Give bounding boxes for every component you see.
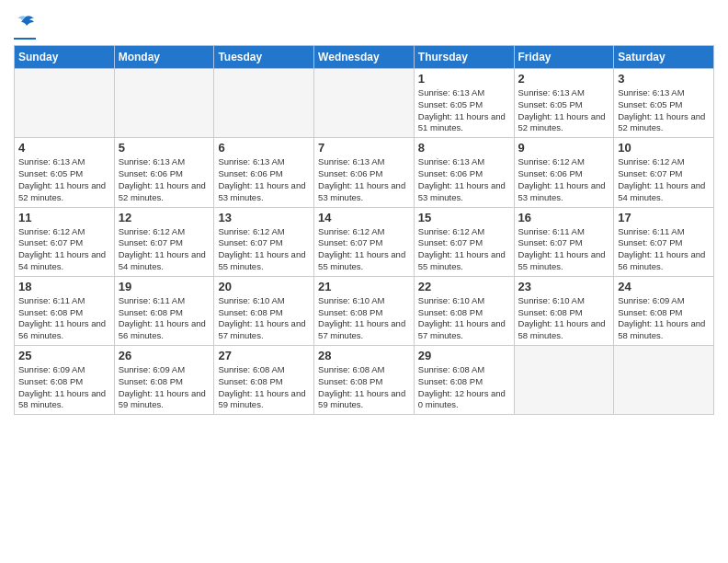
day-info: Sunrise: 6:10 AM Sunset: 6:08 PM Dayligh… [418,295,510,342]
calendar-cell: 5Sunrise: 6:13 AM Sunset: 6:06 PM Daylig… [114,138,214,207]
weekday-header-wednesday: Wednesday [314,46,415,69]
day-info: Sunrise: 6:10 AM Sunset: 6:08 PM Dayligh… [518,295,610,342]
calendar-cell: 12Sunrise: 6:12 AM Sunset: 6:07 PM Dayli… [114,207,214,276]
calendar-cell: 13Sunrise: 6:12 AM Sunset: 6:07 PM Dayli… [214,207,314,276]
calendar-cell: 21Sunrise: 6:10 AM Sunset: 6:08 PM Dayli… [314,276,415,345]
day-info: Sunrise: 6:12 AM Sunset: 6:07 PM Dayligh… [318,226,410,273]
calendar-week-5: 25Sunrise: 6:09 AM Sunset: 6:08 PM Dayli… [15,346,714,415]
logo [14,15,36,40]
day-info: Sunrise: 6:09 AM Sunset: 6:08 PM Dayligh… [18,364,110,411]
calendar-week-2: 4Sunrise: 6:13 AM Sunset: 6:05 PM Daylig… [15,138,714,207]
day-number: 25 [18,349,110,362]
calendar-table: SundayMondayTuesdayWednesdayThursdayFrid… [14,45,714,415]
day-info: Sunrise: 6:12 AM Sunset: 6:07 PM Dayligh… [618,156,710,203]
calendar-cell: 27Sunrise: 6:08 AM Sunset: 6:08 PM Dayli… [214,346,314,415]
weekday-header-thursday: Thursday [414,46,514,69]
day-info: Sunrise: 6:09 AM Sunset: 6:08 PM Dayligh… [618,295,710,342]
calendar-cell: 6Sunrise: 6:13 AM Sunset: 6:06 PM Daylig… [214,138,314,207]
day-number: 21 [318,280,410,293]
day-number: 13 [218,211,310,224]
day-number: 27 [218,349,310,362]
day-info: Sunrise: 6:13 AM Sunset: 6:05 PM Dayligh… [418,87,510,134]
day-number: 8 [418,141,510,155]
day-info: Sunrise: 6:12 AM Sunset: 6:07 PM Dayligh… [218,226,310,273]
day-info: Sunrise: 6:11 AM Sunset: 6:07 PM Dayligh… [518,226,610,273]
day-number: 26 [119,349,210,362]
day-info: Sunrise: 6:12 AM Sunset: 6:07 PM Dayligh… [18,226,110,273]
day-number: 1 [418,72,510,86]
day-info: Sunrise: 6:11 AM Sunset: 6:07 PM Dayligh… [618,226,710,273]
day-number: 20 [218,280,310,293]
day-number: 9 [518,141,610,155]
day-info: Sunrise: 6:12 AM Sunset: 6:06 PM Dayligh… [518,156,610,203]
calendar-cell: 19Sunrise: 6:11 AM Sunset: 6:08 PM Dayli… [114,276,214,345]
day-number: 23 [518,280,610,293]
day-number: 10 [618,141,710,155]
calendar-cell: 17Sunrise: 6:11 AM Sunset: 6:07 PM Dayli… [614,207,714,276]
day-info: Sunrise: 6:13 AM Sunset: 6:05 PM Dayligh… [18,156,110,203]
day-number: 29 [418,349,510,362]
day-number: 2 [518,72,610,86]
calendar-cell: 4Sunrise: 6:13 AM Sunset: 6:05 PM Daylig… [15,138,115,207]
day-info: Sunrise: 6:13 AM Sunset: 6:06 PM Dayligh… [119,156,210,203]
day-info: Sunrise: 6:11 AM Sunset: 6:08 PM Dayligh… [119,295,210,342]
day-number: 3 [618,72,710,86]
calendar-cell: 14Sunrise: 6:12 AM Sunset: 6:07 PM Dayli… [314,207,415,276]
day-number: 19 [119,280,210,293]
calendar-cell: 1Sunrise: 6:13 AM Sunset: 6:05 PM Daylig… [414,69,514,138]
calendar-cell: 15Sunrise: 6:12 AM Sunset: 6:07 PM Dayli… [414,207,514,276]
weekday-header-tuesday: Tuesday [214,46,314,69]
day-number: 24 [618,280,710,293]
calendar-week-3: 11Sunrise: 6:12 AM Sunset: 6:07 PM Dayli… [15,207,714,276]
calendar-cell: 3Sunrise: 6:13 AM Sunset: 6:05 PM Daylig… [614,69,714,138]
calendar-cell: 2Sunrise: 6:13 AM Sunset: 6:05 PM Daylig… [514,69,614,138]
calendar-cell: 18Sunrise: 6:11 AM Sunset: 6:08 PM Dayli… [15,276,115,345]
calendar-cell: 7Sunrise: 6:13 AM Sunset: 6:06 PM Daylig… [314,138,415,207]
day-info: Sunrise: 6:13 AM Sunset: 6:05 PM Dayligh… [518,87,610,134]
day-info: Sunrise: 6:10 AM Sunset: 6:08 PM Dayligh… [218,295,310,342]
day-info: Sunrise: 6:13 AM Sunset: 6:06 PM Dayligh… [218,156,310,203]
weekday-header-saturday: Saturday [614,46,714,69]
day-info: Sunrise: 6:10 AM Sunset: 6:08 PM Dayligh… [318,295,410,342]
calendar-cell: 16Sunrise: 6:11 AM Sunset: 6:07 PM Dayli… [514,207,614,276]
calendar-cell: 20Sunrise: 6:10 AM Sunset: 6:08 PM Dayli… [214,276,314,345]
calendar-cell: 10Sunrise: 6:12 AM Sunset: 6:07 PM Dayli… [614,138,714,207]
day-info: Sunrise: 6:08 AM Sunset: 6:08 PM Dayligh… [418,364,510,411]
day-number: 11 [18,211,110,224]
day-number: 5 [119,141,210,155]
day-number: 15 [418,211,510,224]
calendar-cell: 8Sunrise: 6:13 AM Sunset: 6:06 PM Daylig… [414,138,514,207]
day-number: 4 [18,141,110,155]
day-info: Sunrise: 6:08 AM Sunset: 6:08 PM Dayligh… [218,364,310,411]
calendar-cell [214,69,314,138]
weekday-header-monday: Monday [114,46,214,69]
weekday-header-sunday: Sunday [15,46,115,69]
day-number: 16 [518,211,610,224]
calendar-cell: 26Sunrise: 6:09 AM Sunset: 6:08 PM Dayli… [114,346,214,415]
day-number: 17 [618,211,710,224]
day-number: 12 [119,211,210,224]
calendar-cell: 23Sunrise: 6:10 AM Sunset: 6:08 PM Dayli… [514,276,614,345]
day-info: Sunrise: 6:09 AM Sunset: 6:08 PM Dayligh… [119,364,210,411]
weekday-header-row: SundayMondayTuesdayWednesdayThursdayFrid… [15,46,714,69]
calendar-cell: 25Sunrise: 6:09 AM Sunset: 6:08 PM Dayli… [15,346,115,415]
day-info: Sunrise: 6:12 AM Sunset: 6:07 PM Dayligh… [119,226,210,273]
calendar-week-1: 1Sunrise: 6:13 AM Sunset: 6:05 PM Daylig… [15,69,714,138]
calendar-cell [15,69,115,138]
calendar-cell [114,69,214,138]
day-number: 7 [318,141,410,155]
logo-bird-icon [16,15,36,37]
calendar-cell [614,346,714,415]
day-number: 22 [418,280,510,293]
calendar-cell: 29Sunrise: 6:08 AM Sunset: 6:08 PM Dayli… [414,346,514,415]
weekday-header-friday: Friday [514,46,614,69]
calendar-cell: 22Sunrise: 6:10 AM Sunset: 6:08 PM Dayli… [414,276,514,345]
day-info: Sunrise: 6:13 AM Sunset: 6:05 PM Dayligh… [618,87,710,134]
calendar-week-4: 18Sunrise: 6:11 AM Sunset: 6:08 PM Dayli… [15,276,714,345]
day-number: 18 [18,280,110,293]
calendar-cell: 9Sunrise: 6:12 AM Sunset: 6:06 PM Daylig… [514,138,614,207]
calendar-cell [314,69,415,138]
day-number: 28 [318,349,410,362]
calendar-cell: 11Sunrise: 6:12 AM Sunset: 6:07 PM Dayli… [15,207,115,276]
calendar-cell: 28Sunrise: 6:08 AM Sunset: 6:08 PM Dayli… [314,346,415,415]
